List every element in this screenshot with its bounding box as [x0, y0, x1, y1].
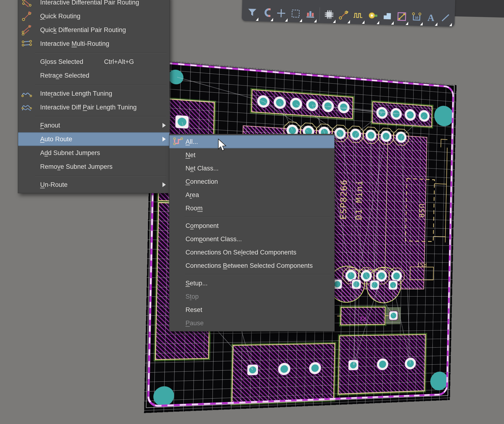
menu-item-gloss-selected[interactable]: Gloss SelectedCtrl+Alt+G	[18, 55, 170, 69]
filter-icon	[246, 7, 258, 18]
quick-diff-pair-routing-icon	[21, 25, 32, 35]
submenu-item-component[interactable]: Component	[169, 219, 334, 232]
measure-icon: 10	[411, 11, 422, 23]
menu-item-label: Area	[169, 191, 199, 199]
submenu-item-stop[interactable]: Stop	[169, 290, 334, 303]
toolbar-button-route[interactable]	[337, 7, 351, 23]
menu-separator	[184, 217, 331, 217]
quick-routing-icon	[21, 11, 32, 22]
menu-item-un-route[interactable]: Un-Route	[18, 178, 170, 192]
menu-item-label: Retrace Selected	[18, 72, 89, 79]
submenu-item-connections-between-selected-components[interactable]: Connections Between Selected Components	[169, 259, 334, 272]
submenu-item-connection[interactable]: Connection	[169, 175, 334, 188]
diff-length-tuning	[21, 102, 32, 113]
menu-item-label: Interactive Diff Pair Length Tuning	[18, 104, 137, 111]
menu-separator	[35, 52, 166, 53]
toolbar-button-magnet[interactable]	[260, 5, 274, 20]
menu-item-label: Connection	[169, 178, 218, 185]
dropdown-corner-icon	[270, 18, 273, 21]
menu-item-interactive-diff-pair-length-tuning[interactable]: Interactive Diff Pair Length Tuning	[18, 100, 170, 114]
menu-item-label: Pause	[169, 319, 204, 327]
line-icon	[440, 12, 451, 23]
quick-diff-pair-routing	[21, 25, 32, 35]
toolbar-button-cross[interactable]	[274, 6, 288, 21]
toolbar-button-polygon[interactable]	[380, 9, 394, 24]
diff-pair-routing-icon	[21, 0, 32, 8]
polygon-icon	[382, 10, 393, 22]
route-icon	[338, 9, 349, 20]
dropdown-corner-icon	[285, 18, 288, 22]
submenu-item-reset[interactable]: Reset	[169, 303, 334, 317]
menu-item-label: Fanout	[18, 122, 60, 129]
text-icon: A	[425, 12, 436, 23]
submenu-item-net-class[interactable]: Net Class...	[169, 162, 334, 175]
menu-item-quick-differential-pair-routing[interactable]: Quick Differential Pair Routing	[18, 23, 170, 37]
cross-icon	[276, 8, 287, 19]
via-icon	[367, 10, 378, 21]
submenu-item-pause[interactable]: Pause	[169, 317, 334, 330]
resistor-label: R2	[360, 316, 366, 322]
pcb-editor-screen: ESP8266 D1 Mini USB RST R2 10A Interacti…	[0, 0, 504, 424]
submenu-arrow-icon	[163, 182, 166, 187]
menu-item-label: Un-Route	[18, 181, 68, 188]
dropdown-corner-icon	[391, 21, 394, 25]
toolbar-button-pad-stack[interactable]	[303, 6, 317, 22]
submenu-item-component-class[interactable]: Component Class...	[169, 232, 334, 246]
menu-item-label: Setup...	[169, 280, 208, 287]
toolbar-button-via[interactable]	[366, 8, 380, 24]
dropdown-corner-icon	[300, 19, 302, 22]
menu-item-quick-routing[interactable]: Quick Routing	[18, 9, 170, 23]
magnet-icon	[261, 7, 272, 18]
toolbar-button-text[interactable]: A	[424, 10, 438, 25]
menu-item-add-subnet-jumpers[interactable]: Add Subnet Jumpers	[18, 146, 170, 160]
toolbar-button-filter[interactable]	[245, 5, 259, 20]
dropdown-corner-icon	[347, 20, 350, 23]
toolbar-button-length-tune[interactable]	[351, 8, 365, 23]
multi-routing-icon	[21, 38, 32, 49]
dropdown-corner-icon	[420, 22, 423, 25]
dropdown-corner-icon	[377, 21, 379, 24]
toolbar-button-chip[interactable]	[322, 7, 336, 22]
toolbar-button-measure[interactable]: 10	[410, 10, 423, 25]
toolbar-separator	[319, 7, 320, 21]
toolbar-button-select-area[interactable]	[289, 6, 303, 21]
toolbar-button-dimension[interactable]	[395, 9, 409, 24]
submenu-item-connections-on-selected-components[interactable]: Connections On Selected Components	[169, 246, 334, 259]
toolbar-button-line[interactable]	[438, 10, 453, 25]
menu-item-interactive-differential-pair-routing[interactable]: Interactive Differential Pair Routing	[18, 0, 170, 9]
menu-item-retrace-selected[interactable]: Retrace Selected	[18, 69, 170, 82]
menu-item-label: Auto Route	[18, 136, 72, 143]
route-all	[173, 136, 184, 147]
length-tune-icon	[353, 10, 364, 21]
menu-item-interactive-multi-routing[interactable]: Interactive Multi-Routing	[18, 37, 170, 50]
menu-item-interactive-length-tuning[interactable]: Interactive Length Tuning	[18, 87, 170, 100]
auto-route-submenu: All...NetNet Class...ConnectionAreaRoomC…	[169, 134, 335, 331]
menu-item-label: Quick Differential Pair Routing	[18, 26, 126, 34]
svg-text:10: 10	[415, 16, 418, 19]
submenu-item-setup[interactable]: Setup...	[169, 277, 334, 290]
svg-text:A: A	[427, 12, 435, 23]
menu-item-label: Add Subnet Jumpers	[18, 149, 100, 157]
menu-item-label: Component	[169, 222, 219, 230]
chip-icon	[323, 9, 335, 20]
dropdown-corner-icon	[406, 22, 408, 25]
select-area-icon	[290, 8, 301, 19]
dropdown-corner-icon	[314, 19, 317, 22]
submenu-item-net[interactable]: Net	[169, 148, 334, 162]
submenu-arrow-icon	[163, 137, 166, 142]
submenu-item-all[interactable]: All...	[169, 135, 334, 148]
menu-item-label: Interactive Differential Pair Routing	[18, 0, 139, 6]
submenu-item-area[interactable]: Area	[169, 188, 334, 202]
menu-item-auto-route[interactable]: Auto Route	[18, 132, 170, 146]
multi-routing	[21, 38, 32, 49]
submenu-item-room[interactable]: Room	[169, 202, 334, 215]
dropdown-corner-icon	[256, 18, 258, 21]
pad-stack-icon	[305, 8, 316, 19]
rst-label: RST	[417, 261, 427, 268]
menu-item-remove-subnet-jumpers[interactable]: Remove Subnet Jumpers	[18, 160, 170, 174]
menu-item-label: Room	[169, 205, 203, 212]
menu-item-fanout[interactable]: Fanout	[18, 118, 170, 132]
route-context-menu: Interactive Differential Pair RoutingQui…	[18, 0, 170, 193]
dropdown-corner-icon	[449, 23, 452, 26]
diff-length-tuning-icon	[21, 102, 32, 113]
